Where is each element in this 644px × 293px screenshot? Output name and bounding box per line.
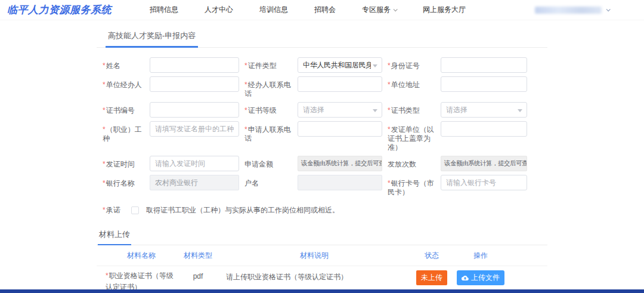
occupation-label: *（职业）工种: [103, 121, 144, 143]
unit-address-label: *单位地址: [388, 76, 435, 90]
name-label: *姓名: [103, 57, 144, 70]
chevron-down-icon: [518, 109, 522, 112]
required-marker: *: [103, 179, 106, 187]
issuing-unit-label: *发证单位（以证书上盖章为准）: [388, 121, 435, 152]
account-name-readonly: [298, 175, 382, 190]
occupation-input[interactable]: [150, 121, 239, 137]
site-logo: 临平人力资源服务系统: [7, 3, 112, 17]
status-badge: 未上传: [416, 270, 447, 285]
nav-item-recruit-info[interactable]: 招聘信息: [150, 5, 178, 15]
required-marker: *: [103, 81, 106, 89]
cert-category-label: *证书类型: [388, 102, 435, 115]
material-upload-section: 材料上传 材料名称 材料类型 材料说明 状态 操作 *职业资格证书（等级认定证书…: [97, 225, 547, 293]
applicant-phone-input[interactable]: [298, 121, 382, 137]
cloud-upload-icon: [462, 275, 469, 282]
promise-text: 取得证书工职业（工种）与实际从事的工作岗位相同或相近。: [146, 205, 339, 215]
apply-amount-label: 申请金额: [244, 156, 292, 169]
unit-address-input[interactable]: [441, 76, 527, 92]
cert-no-label: *证书编号: [103, 102, 144, 115]
cert-level-value: 请选择: [303, 105, 324, 115]
chevron-down-icon: [394, 7, 398, 11]
bank-name-readonly: 农村商业银行: [150, 175, 239, 190]
issue-time-label: *发证时间: [103, 156, 144, 169]
applicant-phone-label: *申请人联系电话: [244, 121, 292, 143]
col-header-material-name: 材料名称: [106, 251, 177, 261]
issue-time-input[interactable]: [150, 156, 239, 171]
required-marker: *: [388, 61, 391, 70]
required-marker: *: [388, 125, 391, 134]
cert-type-label: *证件类型: [244, 57, 292, 70]
material-upload-title: 材料上传: [98, 225, 131, 245]
material-upload-header: 材料上传: [97, 225, 547, 245]
bank-name-label: *银行名称: [103, 175, 144, 188]
status-cell: 未上传: [412, 270, 451, 285]
col-header-material-desc: 材料说明: [219, 251, 410, 261]
required-marker: *: [244, 106, 247, 115]
required-marker: *: [244, 81, 247, 89]
required-marker: *: [103, 125, 106, 134]
required-marker: *: [103, 206, 106, 214]
material-table-header: 材料名称 材料类型 材料说明 状态 操作: [97, 245, 547, 266]
upload-file-button[interactable]: 上传文件: [457, 270, 504, 285]
nav-item-talent-center[interactable]: 人才中心: [205, 5, 233, 15]
bank-card-label: *银行卡号（市民卡）: [388, 175, 435, 197]
upload-file-label: 上传文件: [471, 273, 500, 283]
nav-item-training-info[interactable]: 培训信息: [259, 5, 288, 15]
nav-item-zone-services-label: 专区服务: [362, 5, 391, 15]
promise-checkbox[interactable]: [131, 206, 139, 214]
footer-bar: [0, 289, 644, 293]
col-header-action: 操作: [454, 251, 507, 261]
col-header-status: 状态: [412, 251, 451, 261]
required-marker: *: [103, 61, 106, 70]
required-marker: *: [106, 272, 109, 280]
nav-item-online-service-hall[interactable]: 网上服务大厅: [423, 5, 466, 15]
id-number-input[interactable]: [441, 57, 527, 73]
chevron-down-icon: [373, 64, 377, 67]
id-number-label: *身份证号: [388, 57, 435, 70]
cert-no-input[interactable]: [150, 102, 239, 118]
apply-amount-readonly: 该金额由系统计算，提交后可查看: [298, 156, 382, 171]
material-desc-cell: 请上传职业资格证书（等级认定证书）: [219, 270, 410, 282]
account-name-label: 户名: [244, 175, 292, 188]
nav-item-zone-services[interactable]: 专区服务: [362, 5, 397, 15]
material-type-cell: pdf: [179, 270, 216, 280]
main-nav: 招聘信息 人才中心 培训信息 招聘会 专区服务 网上服务大厅: [150, 5, 466, 15]
required-marker: *: [388, 106, 391, 115]
bank-card-input[interactable]: [441, 175, 527, 190]
required-marker: *: [388, 81, 391, 89]
required-marker: *: [388, 179, 391, 187]
issuing-unit-input[interactable]: [441, 121, 527, 137]
chevron-down-icon: [606, 7, 611, 11]
name-input[interactable]: [150, 57, 239, 73]
required-marker: *: [244, 125, 247, 134]
required-marker: *: [244, 61, 247, 70]
top-nav-bar: 临平人力资源服务系统 招聘信息 人才中心 培训信息 招聘会 专区服务 网上服务大…: [0, 0, 644, 20]
unit-agent-label: *单位经办人: [103, 76, 144, 90]
cert-level-label: *证书等级: [244, 102, 292, 115]
unit-agent-input[interactable]: [150, 76, 239, 92]
user-name-redacted: [535, 7, 602, 14]
cert-category-value: 请选择: [446, 105, 467, 115]
grant-times-label: 发放次数: [388, 156, 435, 169]
agent-phone-input[interactable]: [298, 76, 382, 92]
cert-type-value: 中华人民共和国居民身份证: [303, 60, 371, 70]
promise-row: *承诺 取得证书工职业（工种）与实际从事的工作岗位相同或相近。: [97, 205, 547, 215]
application-form: *姓名 *证件类型 中华人民共和国居民身份证 *身份证号 *单位经办人 *经办人…: [97, 57, 547, 197]
cert-level-select[interactable]: 请选择: [298, 102, 382, 118]
nav-item-job-fair[interactable]: 招聘会: [314, 5, 336, 15]
required-marker: *: [103, 106, 106, 115]
grant-times-readonly: 该金额由系统计算，提交后可查看: [441, 156, 527, 171]
tab-bar: 高技能人才奖励-申报内容: [97, 25, 547, 48]
main-content: 高技能人才奖励-申报内容 *姓名 *证件类型 中华人民共和国居民身份证 *身份证…: [97, 25, 547, 293]
chevron-down-icon: [373, 109, 377, 112]
tab-declaration-content[interactable]: 高技能人才奖励-申报内容: [106, 25, 198, 48]
agent-phone-label: *经办人联系电话: [244, 76, 292, 98]
action-cell: 上传文件: [454, 270, 507, 285]
cert-category-select[interactable]: 请选择: [441, 102, 527, 118]
col-header-material-type: 材料类型: [179, 251, 216, 261]
user-menu[interactable]: [535, 7, 609, 14]
required-marker: *: [103, 160, 106, 168]
cert-type-select[interactable]: 中华人民共和国居民身份证: [298, 57, 382, 73]
